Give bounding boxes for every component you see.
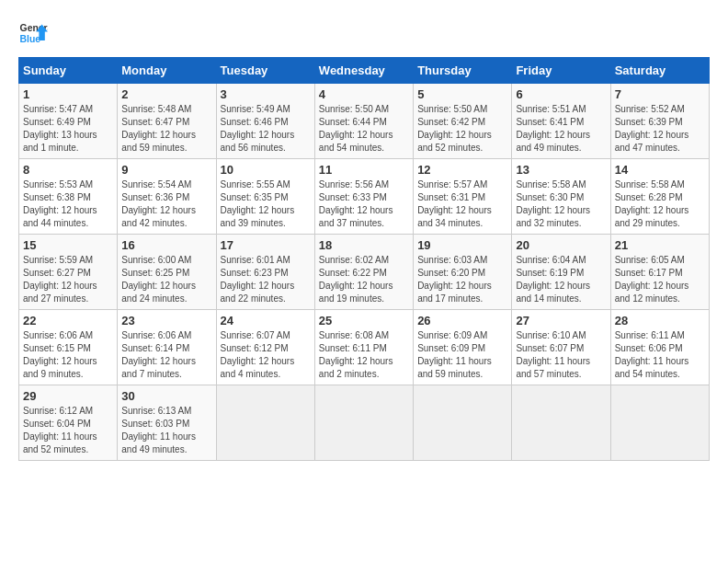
day-cell: 2Sunrise: 5:48 AM Sunset: 6:47 PM Daylig… [118, 84, 216, 159]
day-number: 26 [417, 314, 507, 327]
day-cell: 27Sunrise: 6:10 AM Sunset: 6:07 PM Dayli… [512, 310, 610, 385]
day-cell [216, 385, 314, 461]
day-info: Sunrise: 5:50 AM Sunset: 6:44 PM Dayligh… [319, 103, 409, 155]
day-number: 10 [221, 163, 311, 177]
week-row-5: 29Sunrise: 6:12 AM Sunset: 6:04 PM Dayli… [19, 385, 710, 461]
day-number: 25 [319, 314, 409, 327]
day-info: Sunrise: 6:13 AM Sunset: 6:03 PM Dayligh… [121, 405, 211, 456]
day-info: Sunrise: 6:06 AM Sunset: 6:14 PM Dayligh… [121, 329, 211, 381]
header-row: SundayMondayTuesdayWednesdayThursdayFrid… [19, 58, 710, 84]
day-number: 17 [221, 238, 311, 252]
day-cell: 4Sunrise: 5:50 AM Sunset: 6:44 PM Daylig… [314, 84, 413, 159]
day-number: 9 [121, 163, 211, 177]
day-cell: 9Sunrise: 5:54 AM Sunset: 6:36 PM Daylig… [118, 159, 216, 235]
day-cell: 3Sunrise: 5:49 AM Sunset: 6:46 PM Daylig… [216, 84, 314, 159]
day-number: 22 [23, 314, 113, 327]
day-info: Sunrise: 5:59 AM Sunset: 6:27 PM Dayligh… [23, 254, 113, 305]
day-cell: 16Sunrise: 6:00 AM Sunset: 6:25 PM Dayli… [118, 235, 216, 310]
day-header-friday: Friday [512, 58, 610, 84]
day-number: 14 [615, 163, 705, 177]
day-info: Sunrise: 6:08 AM Sunset: 6:11 PM Dayligh… [319, 329, 409, 381]
day-info: Sunrise: 5:55 AM Sunset: 6:35 PM Dayligh… [221, 178, 311, 230]
week-row-3: 15Sunrise: 5:59 AM Sunset: 6:27 PM Dayli… [19, 235, 710, 310]
day-number: 24 [221, 314, 311, 327]
day-number: 13 [516, 163, 606, 177]
day-header-monday: Monday [118, 58, 216, 84]
svg-text:Blue: Blue [20, 34, 41, 44]
day-info: Sunrise: 5:51 AM Sunset: 6:41 PM Dayligh… [516, 103, 606, 155]
day-info: Sunrise: 5:47 AM Sunset: 6:49 PM Dayligh… [23, 103, 113, 155]
day-cell [314, 385, 413, 461]
day-info: Sunrise: 5:58 AM Sunset: 6:28 PM Dayligh… [615, 178, 705, 230]
day-cell: 26Sunrise: 6:09 AM Sunset: 6:09 PM Dayli… [414, 310, 512, 385]
day-cell: 20Sunrise: 6:04 AM Sunset: 6:19 PM Dayli… [512, 235, 610, 310]
day-cell: 25Sunrise: 6:08 AM Sunset: 6:11 PM Dayli… [314, 310, 413, 385]
day-number: 28 [615, 314, 705, 327]
day-info: Sunrise: 6:10 AM Sunset: 6:07 PM Dayligh… [516, 329, 606, 381]
day-info: Sunrise: 5:48 AM Sunset: 6:47 PM Dayligh… [121, 103, 211, 155]
day-number: 8 [23, 163, 113, 177]
day-info: Sunrise: 6:07 AM Sunset: 6:12 PM Dayligh… [221, 329, 311, 381]
week-row-2: 8Sunrise: 5:53 AM Sunset: 6:38 PM Daylig… [19, 159, 710, 235]
day-number: 27 [516, 314, 606, 327]
day-info: Sunrise: 6:12 AM Sunset: 6:04 PM Dayligh… [23, 405, 113, 456]
day-number: 16 [121, 238, 211, 252]
day-number: 19 [417, 238, 507, 252]
day-header-thursday: Thursday [414, 58, 512, 84]
day-info: Sunrise: 5:50 AM Sunset: 6:42 PM Dayligh… [417, 103, 507, 155]
day-info: Sunrise: 5:56 AM Sunset: 6:33 PM Dayligh… [319, 178, 409, 230]
day-number: 3 [221, 87, 311, 101]
day-cell: 24Sunrise: 6:07 AM Sunset: 6:12 PM Dayli… [216, 310, 314, 385]
day-info: Sunrise: 5:58 AM Sunset: 6:30 PM Dayligh… [516, 178, 606, 230]
day-info: Sunrise: 5:53 AM Sunset: 6:38 PM Dayligh… [23, 178, 113, 230]
day-number: 29 [23, 389, 113, 403]
day-number: 6 [516, 87, 606, 101]
day-info: Sunrise: 6:01 AM Sunset: 6:23 PM Dayligh… [221, 254, 311, 305]
logo-icon: General Blue [18, 18, 48, 48]
day-cell: 13Sunrise: 5:58 AM Sunset: 6:30 PM Dayli… [512, 159, 610, 235]
day-cell: 23Sunrise: 6:06 AM Sunset: 6:14 PM Dayli… [118, 310, 216, 385]
day-cell [610, 385, 709, 461]
day-cell: 17Sunrise: 6:01 AM Sunset: 6:23 PM Dayli… [216, 235, 314, 310]
day-cell: 10Sunrise: 5:55 AM Sunset: 6:35 PM Dayli… [216, 159, 314, 235]
day-number: 1 [23, 87, 113, 101]
day-cell: 21Sunrise: 6:05 AM Sunset: 6:17 PM Dayli… [610, 235, 709, 310]
page-header: General Blue [18, 18, 710, 48]
day-number: 11 [319, 163, 409, 177]
day-header-saturday: Saturday [610, 58, 709, 84]
day-cell [414, 385, 512, 461]
day-number: 20 [516, 238, 606, 252]
day-cell: 8Sunrise: 5:53 AM Sunset: 6:38 PM Daylig… [19, 159, 118, 235]
day-info: Sunrise: 6:00 AM Sunset: 6:25 PM Dayligh… [121, 254, 211, 305]
day-number: 5 [417, 87, 507, 101]
day-cell: 7Sunrise: 5:52 AM Sunset: 6:39 PM Daylig… [610, 84, 709, 159]
day-info: Sunrise: 5:54 AM Sunset: 6:36 PM Dayligh… [121, 178, 211, 230]
day-info: Sunrise: 5:57 AM Sunset: 6:31 PM Dayligh… [417, 178, 507, 230]
day-number: 2 [121, 87, 211, 101]
day-cell: 19Sunrise: 6:03 AM Sunset: 6:20 PM Dayli… [414, 235, 512, 310]
day-cell: 12Sunrise: 5:57 AM Sunset: 6:31 PM Dayli… [414, 159, 512, 235]
day-number: 18 [319, 238, 409, 252]
day-number: 15 [23, 238, 113, 252]
day-info: Sunrise: 6:04 AM Sunset: 6:19 PM Dayligh… [516, 254, 606, 305]
day-number: 12 [417, 163, 507, 177]
day-number: 4 [319, 87, 409, 101]
day-cell: 1Sunrise: 5:47 AM Sunset: 6:49 PM Daylig… [19, 84, 118, 159]
day-info: Sunrise: 6:11 AM Sunset: 6:06 PM Dayligh… [615, 329, 705, 381]
day-number: 30 [121, 389, 211, 403]
day-info: Sunrise: 6:03 AM Sunset: 6:20 PM Dayligh… [417, 254, 507, 305]
day-cell: 5Sunrise: 5:50 AM Sunset: 6:42 PM Daylig… [414, 84, 512, 159]
logo: General Blue [18, 18, 48, 48]
day-info: Sunrise: 5:52 AM Sunset: 6:39 PM Dayligh… [615, 103, 705, 155]
day-header-tuesday: Tuesday [216, 58, 314, 84]
day-info: Sunrise: 6:06 AM Sunset: 6:15 PM Dayligh… [23, 329, 113, 381]
day-header-wednesday: Wednesday [314, 58, 413, 84]
day-cell: 28Sunrise: 6:11 AM Sunset: 6:06 PM Dayli… [610, 310, 709, 385]
day-info: Sunrise: 6:09 AM Sunset: 6:09 PM Dayligh… [417, 329, 507, 381]
day-cell: 6Sunrise: 5:51 AM Sunset: 6:41 PM Daylig… [512, 84, 610, 159]
day-cell [512, 385, 610, 461]
day-cell: 29Sunrise: 6:12 AM Sunset: 6:04 PM Dayli… [19, 385, 118, 461]
week-row-1: 1Sunrise: 5:47 AM Sunset: 6:49 PM Daylig… [19, 84, 710, 159]
day-cell: 30Sunrise: 6:13 AM Sunset: 6:03 PM Dayli… [118, 385, 216, 461]
day-cell: 11Sunrise: 5:56 AM Sunset: 6:33 PM Dayli… [314, 159, 413, 235]
